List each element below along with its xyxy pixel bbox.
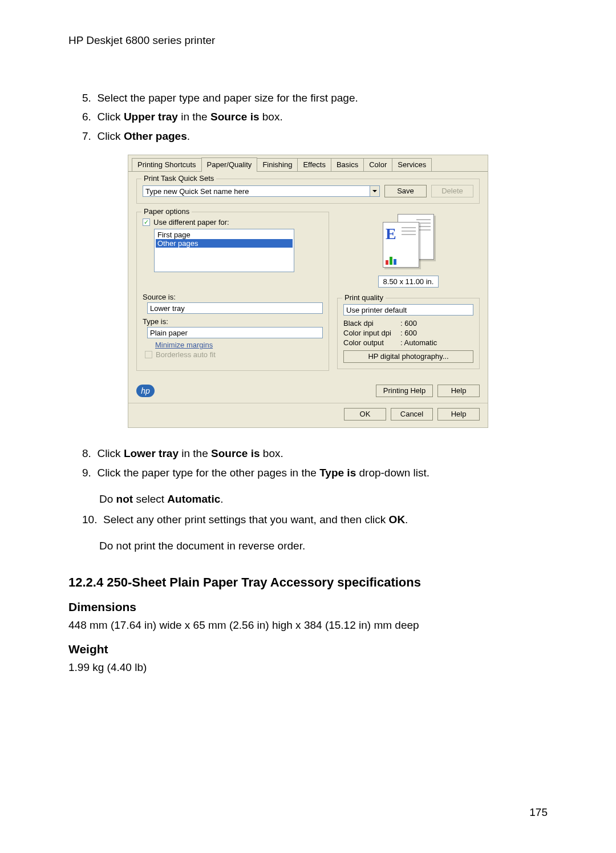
weight-text: 1.99 kg (4.40 lb) <box>68 660 548 676</box>
section-heading: 12.2.4 250-Sheet Plain Paper Tray Access… <box>68 575 548 590</box>
step-9: 9. Click the paper type for the other pa… <box>68 464 548 481</box>
step-6: 6. Click Upper tray in the Source is box… <box>68 108 548 125</box>
chevron-down-icon[interactable] <box>370 185 380 197</box>
group-legend: Paper options <box>141 207 192 216</box>
weight-heading: Weight <box>68 642 548 656</box>
delete-button: Delete <box>431 185 473 197</box>
use-different-label: Use different paper for: <box>153 218 229 227</box>
step-10: 10. Select any other print settings that… <box>68 511 548 528</box>
group-legend: Print Task Quick Sets <box>141 174 216 183</box>
tab-effects[interactable]: Effects <box>297 158 331 171</box>
letter-e-icon: E <box>386 225 396 243</box>
step-num: 5. <box>82 92 91 104</box>
step-num: 8. <box>82 447 91 459</box>
tab-services[interactable]: Services <box>392 158 432 171</box>
tab-printing-shortcuts[interactable]: Printing Shortcuts <box>132 158 202 171</box>
paper-size-display: 8.50 x 11.00 in. <box>378 276 439 288</box>
tab-strip: Printing Shortcuts Paper/Quality Finishi… <box>128 155 488 172</box>
cancel-button[interactable]: Cancel <box>391 408 433 421</box>
dimensions-heading: Dimensions <box>68 600 548 614</box>
step-10-note: Do not print the document in reverse ord… <box>68 538 548 555</box>
tab-color[interactable]: Color <box>363 158 392 171</box>
step-num: 7. <box>82 130 91 142</box>
group-print-quality: Print quality Black dpi: 600 Color input… <box>337 298 480 369</box>
dimensions-text: 448 mm (17.64 in) wide x 65 mm (2.56 in)… <box>68 617 548 634</box>
dialog-footer: OK Cancel Help <box>128 403 488 427</box>
minimize-margins-link[interactable]: Minimize margins <box>155 341 323 349</box>
page-number: 175 <box>529 806 548 819</box>
printing-help-button[interactable]: Printing Help <box>376 385 433 397</box>
group-legend: Print quality <box>342 293 386 302</box>
source-label: Source is: <box>143 293 323 301</box>
use-different-checkbox[interactable] <box>143 219 150 226</box>
tab-paper-quality[interactable]: Paper/Quality <box>201 157 258 172</box>
page-preview: E 8.50 x 11.00 in. <box>337 212 480 288</box>
step-7: 7. Click Other pages. <box>68 128 548 144</box>
tab-finishing[interactable]: Finishing <box>257 158 298 171</box>
borderless-label: Borderless auto fit <box>156 350 216 359</box>
dialog-body: Print Task Quick Sets Save Delete <box>128 172 488 403</box>
type-dropdown[interactable] <box>147 327 323 338</box>
list-item[interactable]: Other pages <box>156 239 293 248</box>
print-dialog: Printing Shortcuts Paper/Quality Finishi… <box>128 155 488 428</box>
step-5: 5. Select the paper type and paper size … <box>68 90 548 106</box>
dialog-screenshot: Printing Shortcuts Paper/Quality Finishi… <box>68 155 548 428</box>
step-num: 10. <box>82 514 97 525</box>
quickset-name-input[interactable] <box>143 185 370 197</box>
doc-header: HP Deskjet 6800 series printer <box>68 34 548 47</box>
borderless-checkbox <box>145 351 152 358</box>
help-button[interactable]: Help <box>437 408 480 421</box>
ok-button[interactable]: OK <box>344 408 386 421</box>
print-quality-dropdown[interactable] <box>343 304 473 316</box>
step-8: 8. Click Lower tray in the Source is box… <box>68 445 548 462</box>
hp-digital-photo-button[interactable]: HP digital photography... <box>343 350 473 363</box>
steps-bottom-2: 10. Select any other print settings that… <box>68 511 548 528</box>
step-text: Select the paper type and paper size for… <box>97 92 358 104</box>
step-9-note: Do not select Automatic. <box>68 491 548 508</box>
help-button[interactable]: Help <box>437 385 480 397</box>
source-dropdown[interactable] <box>147 302 323 314</box>
document-page: HP Deskjet 6800 series printer 5. Select… <box>0 0 616 853</box>
group-quicksets: Print Task Quick Sets Save Delete <box>136 179 480 204</box>
step-num: 6. <box>82 111 91 123</box>
type-label: Type is: <box>143 317 323 326</box>
group-paper-options: Paper options Use different paper for: F… <box>136 212 329 371</box>
list-item[interactable]: First page <box>156 231 293 239</box>
steps-bottom: 8. Click Lower tray in the Source is box… <box>68 445 548 481</box>
hp-logo-icon: hp <box>136 385 155 397</box>
step-num: 9. <box>82 467 91 479</box>
save-button[interactable]: Save <box>384 185 427 197</box>
steps-top: 5. Select the paper type and paper size … <box>68 90 548 144</box>
page-list[interactable]: First page Other pages <box>154 229 294 272</box>
tab-basics[interactable]: Basics <box>331 158 364 171</box>
